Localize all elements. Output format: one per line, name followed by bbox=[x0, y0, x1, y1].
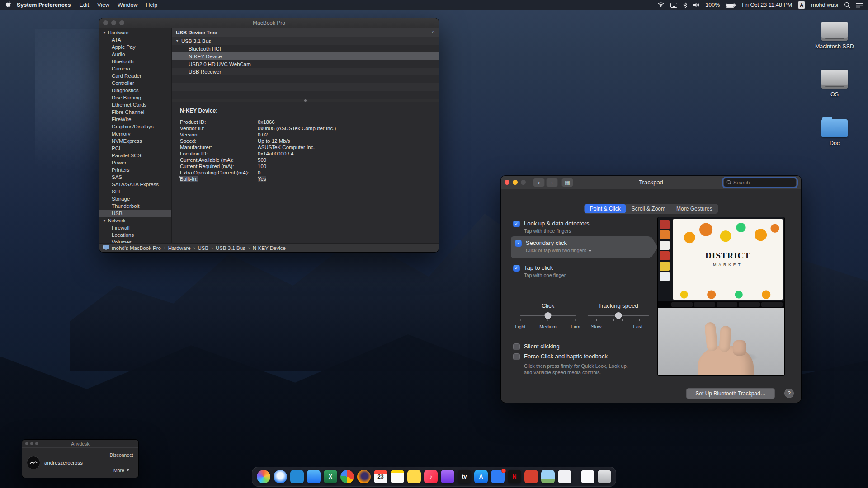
tab-point-and-click[interactable]: Point & Click bbox=[585, 204, 626, 213]
usb-tree-row[interactable]: ▼ USB 3.1 Bus bbox=[172, 37, 439, 45]
sidebar-item[interactable]: NVMExpress bbox=[99, 137, 171, 145]
dock-music-icon[interactable]: ♪ bbox=[424, 470, 438, 483]
desktop-icon-os[interactable]: OS bbox=[821, 70, 848, 98]
disclosure-triangle-icon[interactable]: ▼ bbox=[103, 219, 106, 223]
sidebar-item[interactable]: Apple Pay bbox=[99, 43, 171, 51]
sidebar-item[interactable]: Disc Burning bbox=[99, 94, 171, 101]
sidebar-item[interactable]: Firewall bbox=[99, 224, 171, 231]
pane-splitter[interactable] bbox=[172, 99, 439, 102]
disconnect-button[interactable]: Disconnect bbox=[104, 448, 138, 463]
sidebar-item[interactable]: Parallel SCSI bbox=[99, 152, 171, 159]
slider-thumb[interactable] bbox=[545, 312, 552, 319]
sidebar-item[interactable]: Graphics/Displays bbox=[99, 123, 171, 130]
sidebar-item[interactable]: PCI bbox=[99, 145, 171, 152]
dock-stickies-icon[interactable] bbox=[407, 470, 421, 483]
dock-trash-icon[interactable] bbox=[598, 470, 611, 483]
battery-icon[interactable] bbox=[726, 3, 736, 8]
dock-notes-icon[interactable] bbox=[391, 470, 404, 483]
window-titlebar[interactable]: MacBook Pro bbox=[99, 18, 439, 28]
sidebar-item[interactable]: Controller bbox=[99, 80, 171, 87]
tab-scroll-and-zoom[interactable]: Scroll & Zoom bbox=[626, 204, 671, 213]
sidebar-item[interactable]: SAS bbox=[99, 174, 171, 181]
disclosure-triangle-icon[interactable]: ▼ bbox=[175, 39, 181, 43]
input-source-icon[interactable]: A bbox=[798, 1, 805, 9]
sidebar-item[interactable]: FireWire bbox=[99, 116, 171, 123]
set-up-bluetooth-trackpad-button[interactable]: Set Up Bluetooth Trackpad… bbox=[686, 388, 775, 399]
dock-excel-icon[interactable]: X bbox=[324, 470, 337, 483]
sidebar-item[interactable]: Card Reader bbox=[99, 72, 171, 80]
click-pressure-slider[interactable] bbox=[520, 315, 576, 316]
sidebar-item[interactable]: Audio bbox=[99, 51, 171, 58]
dock-tv-icon[interactable]: tv bbox=[458, 470, 471, 483]
desktop-icon-macintosh-ssd[interactable]: Macintosh SSD bbox=[815, 22, 854, 50]
breadcrumb-segment[interactable]: USB bbox=[198, 245, 208, 251]
chevron-up-icon[interactable]: ^ bbox=[432, 30, 434, 35]
sidebar-item[interactable]: Locations bbox=[99, 231, 171, 239]
dock-calendar-icon[interactable]: 23 bbox=[374, 470, 387, 483]
desktop-icon-doc[interactable]: Doc bbox=[821, 117, 848, 146]
notification-center-icon[interactable] bbox=[856, 3, 863, 8]
sidebar-item[interactable]: Fibre Channel bbox=[99, 108, 171, 116]
wifi-icon[interactable] bbox=[657, 2, 665, 8]
apple-menu-icon[interactable] bbox=[5, 1, 11, 9]
dock-vscode-icon[interactable] bbox=[290, 470, 304, 483]
menu-clock[interactable]: Fri Oct 23 11:48 PM bbox=[742, 2, 792, 8]
sidebar-item[interactable]: Volumes bbox=[99, 239, 171, 243]
sidebar-item[interactable]: Ethernet Cards bbox=[99, 101, 171, 108]
sidebar-item[interactable]: Storage bbox=[99, 195, 171, 202]
dock-mail-icon[interactable] bbox=[307, 470, 321, 483]
dock-installer-icon[interactable] bbox=[524, 470, 538, 483]
spotlight-search-icon[interactable] bbox=[844, 2, 850, 8]
sidebar-item[interactable]: SPI bbox=[99, 188, 171, 195]
screen-mirroring-icon[interactable] bbox=[670, 3, 677, 8]
menu-help[interactable]: Help bbox=[146, 2, 157, 8]
search-input[interactable] bbox=[733, 180, 793, 185]
dock-chrome-icon[interactable] bbox=[340, 470, 354, 483]
dock-preview-icon[interactable] bbox=[541, 470, 555, 483]
checkbox-look-up[interactable] bbox=[513, 221, 520, 227]
usb-device-tree-header[interactable]: USB Device Tree ^ bbox=[172, 28, 439, 37]
disclosure-triangle-icon[interactable]: ▼ bbox=[103, 31, 106, 35]
checkbox-force-click[interactable] bbox=[513, 353, 520, 360]
sidebar-section-network[interactable]: ▼ Network bbox=[99, 217, 171, 224]
breadcrumb-segment[interactable]: USB 3.1 Bus bbox=[216, 245, 245, 251]
forward-button[interactable]: › bbox=[546, 178, 558, 187]
tracking-speed-slider[interactable] bbox=[588, 315, 649, 316]
back-button[interactable]: ‹ bbox=[533, 178, 545, 187]
sidebar-section-hardware[interactable]: ▼ Hardware bbox=[99, 29, 171, 36]
breadcrumb-segment[interactable]: Hardware bbox=[168, 245, 191, 251]
menu-view[interactable]: View bbox=[97, 2, 109, 8]
menu-window[interactable]: Window bbox=[118, 2, 137, 8]
sidebar-item[interactable]: Thunderbolt bbox=[99, 202, 171, 210]
dock-app-store-icon[interactable]: A bbox=[474, 470, 488, 483]
dock-ghost-app-icon[interactable] bbox=[558, 470, 571, 483]
sidebar-item[interactable]: SATA/SATA Express bbox=[99, 181, 171, 188]
breadcrumb-segment[interactable]: N-KEY Device bbox=[253, 245, 286, 251]
dock-photos-icon[interactable] bbox=[257, 470, 270, 483]
dock-messages-icon[interactable] bbox=[491, 470, 505, 483]
more-button[interactable]: More bbox=[104, 463, 138, 478]
usb-tree-row[interactable]: N-KEY Device bbox=[172, 52, 439, 60]
sidebar-item[interactable]: Camera bbox=[99, 65, 171, 72]
sidebar-item[interactable]: Bluetooth bbox=[99, 58, 171, 65]
sidebar-item[interactable]: USB bbox=[99, 210, 171, 217]
window-toolbar[interactable]: ‹ › ▦ Trackpad bbox=[501, 176, 801, 189]
checkbox-secondary-click[interactable] bbox=[515, 240, 522, 247]
menu-user[interactable]: mohd wasi bbox=[811, 2, 838, 8]
app-menu-title[interactable]: System Preferences bbox=[17, 2, 71, 8]
dock-podcasts-icon[interactable] bbox=[441, 470, 454, 483]
volume-icon[interactable] bbox=[693, 2, 699, 8]
dock-textedit-icon[interactable] bbox=[581, 470, 594, 483]
checkbox-tap-to-click[interactable] bbox=[513, 265, 520, 272]
usb-tree-row[interactable]: USB2.0 HD UVC WebCam bbox=[172, 60, 439, 68]
show-all-preferences-button[interactable]: ▦ bbox=[561, 178, 573, 187]
dock-safari-icon[interactable] bbox=[274, 470, 287, 483]
sidebar-item[interactable]: Memory bbox=[99, 130, 171, 137]
checkbox-silent-clicking[interactable] bbox=[513, 343, 520, 350]
usb-tree-row[interactable]: USB Receiver bbox=[172, 68, 439, 75]
help-button[interactable]: ? bbox=[784, 389, 794, 398]
sidebar-item[interactable]: Printers bbox=[99, 166, 171, 174]
bluetooth-icon[interactable] bbox=[683, 2, 687, 8]
sidebar-item[interactable]: Power bbox=[99, 159, 171, 166]
menu-edit[interactable]: Edit bbox=[80, 2, 90, 8]
